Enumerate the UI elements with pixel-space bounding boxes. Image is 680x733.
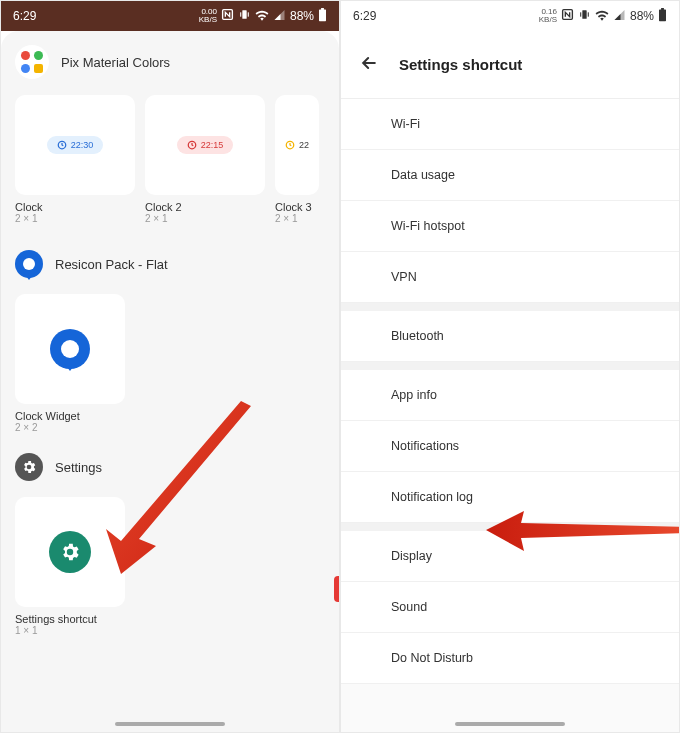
battery-icon [658,8,667,25]
list-item-vpn[interactable]: VPN [341,252,679,303]
app-header-resicon[interactable]: Resicon Pack - Flat [15,250,325,278]
settings-icon [15,453,43,481]
list-item-notification-log[interactable]: Notification log [341,472,679,523]
list-item-wifi-hotspot[interactable]: Wi-Fi hotspot [341,201,679,252]
page-title: Settings shortcut [399,56,522,73]
widget-clock-2[interactable]: 22:15 [145,95,265,195]
battery-text: 88% [290,9,314,23]
svg-rect-13 [588,12,589,16]
svg-rect-3 [248,12,249,16]
list-item-dnd[interactable]: Do Not Disturb [341,633,679,684]
svg-rect-2 [240,12,241,16]
vibrate-icon [238,8,251,24]
signal-icon [273,9,286,24]
status-speed: 0.00 KB/S [199,8,217,24]
wifi-icon [255,9,269,24]
pixmaterial-icon [15,45,49,79]
settings-shortcut-icon [49,531,91,573]
right-phone: 6:29 0.16 KB/S 88% [340,0,680,733]
widget-sheet[interactable]: Pix Material Colors 22:30 22:15 22 [1,31,339,732]
status-bar: 6:29 0.16 KB/S 88% [341,1,679,31]
wifi-icon [595,9,609,24]
widget-clock-1[interactable]: 22:30 [15,95,135,195]
left-phone: 6:29 0.00 KB/S 88% [0,0,340,733]
clock-pill-plain: 22 [275,136,319,154]
svg-rect-4 [319,9,326,21]
widget-clockwidget[interactable] [15,294,125,404]
scroll-indicator [334,576,339,602]
widget-settings-shortcut[interactable] [15,497,125,607]
list-item-display[interactable]: Display [341,531,679,582]
svg-rect-5 [321,8,324,10]
list-item-wifi[interactable]: Wi-Fi [341,99,679,150]
battery-icon [318,8,327,25]
svg-rect-14 [659,9,666,21]
widget-clock-3[interactable]: 22 [275,95,319,195]
svg-rect-15 [661,8,664,10]
list-item-bluetooth[interactable]: Bluetooth [341,311,679,362]
resicon-large [50,329,90,369]
svg-rect-11 [582,10,586,19]
settings-header: Settings shortcut [341,31,679,99]
resicon-icon [15,250,43,278]
nav-handle[interactable] [455,722,565,726]
svg-rect-12 [580,12,581,16]
app-header-settings[interactable]: Settings [15,453,325,481]
status-speed: 0.16 KB/S [539,8,557,24]
settings-list[interactable]: Wi-Fi Data usage Wi-Fi hotspot VPN Bluet… [341,99,679,684]
app-header-pixmaterial[interactable]: Pix Material Colors [15,45,325,79]
list-item-sound[interactable]: Sound [341,582,679,633]
back-icon[interactable] [359,53,379,77]
app-title: Pix Material Colors [61,55,170,70]
clock-pill-red: 22:15 [177,136,234,154]
status-time: 6:29 [353,9,376,23]
status-bar: 6:29 0.00 KB/S 88% [1,1,339,31]
nfc-icon [221,8,234,24]
list-item-app-info[interactable]: App info [341,370,679,421]
widget-name: Clock [15,201,135,213]
list-item-notifications[interactable]: Notifications [341,421,679,472]
nav-handle[interactable] [115,722,225,726]
widget-dim: 2 × 1 [15,213,135,224]
signal-icon [613,9,626,24]
battery-text: 88% [630,9,654,23]
clock-pill-blue: 22:30 [47,136,104,154]
svg-rect-1 [242,10,246,19]
nfc-icon [561,8,574,24]
status-time: 6:29 [13,9,36,23]
list-item-data-usage[interactable]: Data usage [341,150,679,201]
vibrate-icon [578,8,591,24]
